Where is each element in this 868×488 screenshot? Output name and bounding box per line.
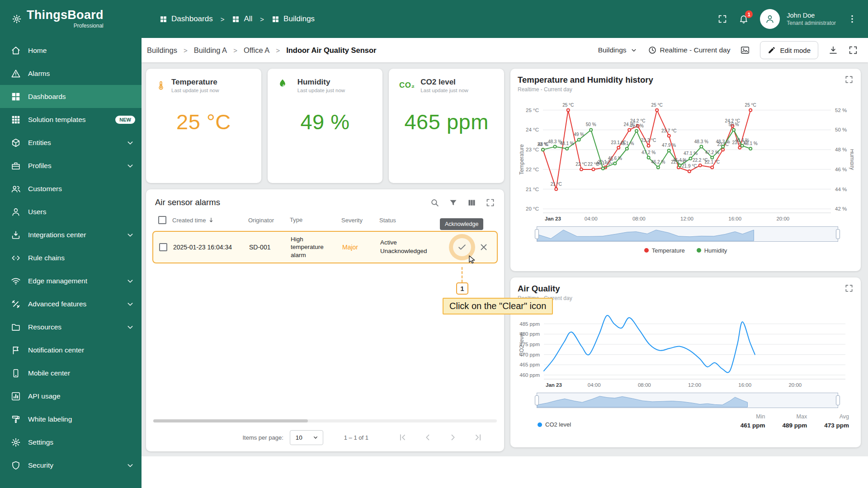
sidebar-item-home[interactable]: Home — [0, 39, 142, 62]
zoom-handle-right[interactable] — [836, 395, 840, 405]
prev-page-button[interactable] — [423, 432, 433, 442]
sidebar-item-users[interactable]: Users — [0, 200, 142, 223]
range-selector[interactable] — [537, 393, 838, 408]
svg-text:48.3 %: 48.3 % — [716, 139, 730, 144]
droplet-icon — [278, 78, 292, 93]
columns-icon[interactable] — [467, 198, 476, 207]
dashboard-state-select[interactable]: Buildings — [598, 46, 638, 54]
toolbar-fullscreen-button[interactable] — [848, 45, 858, 55]
widget-fullscreen-button[interactable] — [844, 75, 854, 84]
widget-fullscreen-icon[interactable] — [486, 198, 495, 207]
legend-item-humidity[interactable]: Humidity — [697, 247, 727, 254]
fullscreen-button[interactable] — [717, 14, 727, 24]
svg-text:46.2 %: 46.2 % — [651, 160, 665, 164]
edit-mode-button[interactable]: Edit mode — [760, 41, 818, 59]
zoom-handle-left[interactable] — [535, 395, 539, 405]
column-severity[interactable]: Severity — [341, 217, 379, 224]
select-all-checkbox[interactable] — [158, 216, 166, 224]
pencil-icon — [768, 46, 776, 54]
range-selector[interactable] — [537, 226, 838, 242]
last-page-button[interactable] — [473, 432, 483, 442]
timewindow-button[interactable]: Realtime - Current day — [648, 46, 731, 55]
thingsboard-logo[interactable]: ThingsBoard Professional — [0, 9, 142, 29]
breadcrumb-buildings[interactable]: Buildings — [147, 46, 177, 55]
sidebar-item-customers[interactable]: Customers — [0, 177, 142, 200]
sidebar-item-advanced-features[interactable]: Advanced features — [0, 292, 142, 315]
items-per-page-select[interactable]: 10 — [290, 430, 323, 445]
gear-icon — [11, 437, 21, 447]
first-page-button[interactable] — [397, 432, 407, 442]
sidebar-item-label: Security — [28, 461, 53, 469]
top-breadcrumb-buildings[interactable]: Buildings — [272, 14, 315, 23]
sidebar-item-mobile-center[interactable]: Mobile center — [0, 361, 142, 385]
temp-humidity-line-chart: 20 °C21 °C22 °C23 °C24 °C25 °C42 %44 %46… — [518, 94, 854, 223]
sidebar-item-label: Integrations center — [28, 231, 86, 239]
chevron-down-icon — [312, 434, 319, 441]
search-icon[interactable] — [430, 198, 439, 207]
card-subtitle: Last update just now — [297, 88, 345, 93]
acknowledge-button[interactable] — [457, 242, 467, 252]
sidebar-item-settings[interactable]: Settings — [0, 431, 142, 454]
sidebar-item-edge-management[interactable]: Edge management — [0, 269, 142, 292]
zoom-window[interactable] — [537, 226, 838, 242]
svg-text:08:00: 08:00 — [638, 382, 651, 388]
main-content: Buildings>Building A>Office A>Indoor Air… — [142, 38, 868, 488]
cube-icon — [11, 138, 21, 148]
sidebar-item-alarms[interactable]: Alarms — [0, 62, 142, 85]
items-per-page-label: Items per page: — [242, 434, 283, 441]
alarm-table-row[interactable]: 2025-01-23 16:04:34 SD-001 High temperat… — [152, 231, 498, 263]
svg-text:22 °C: 22 °C — [526, 167, 539, 172]
chart-title: Temperature and Humidity history — [518, 75, 653, 85]
svg-text:460 ppm: 460 ppm — [519, 372, 540, 378]
humidity-card: Humidity Last update just now 49 % — [268, 69, 383, 183]
more-menu-button[interactable] — [847, 14, 857, 24]
stat-label: Avg — [824, 413, 849, 420]
sidebar-item-profiles[interactable]: Profiles — [0, 154, 142, 177]
svg-text:21 °C: 21 °C — [526, 187, 539, 192]
download-button[interactable] — [828, 45, 838, 55]
horizontal-scrollbar[interactable] — [153, 419, 497, 422]
legend-item-co2-level[interactable]: CO2 level — [538, 421, 571, 428]
legend-item-temperature[interactable]: Temperature — [644, 247, 685, 254]
fullscreen-icon — [717, 14, 727, 24]
sidebar-item-notification-center[interactable]: Notification center — [0, 338, 142, 361]
zoom-handle-left[interactable] — [535, 229, 539, 239]
sidebar-item-entities[interactable]: Entities — [0, 131, 142, 154]
clear-button[interactable] — [479, 242, 489, 252]
breadcrumb-indoor-air-quality-sensor: Indoor Air Quality Sensor — [286, 46, 376, 55]
breadcrumb-building-a[interactable]: Building A — [194, 46, 227, 55]
sidebar-item-resources[interactable]: Resources — [0, 315, 142, 338]
dots-vertical-icon — [847, 14, 857, 24]
scrollbar-thumb[interactable] — [153, 419, 308, 422]
sort-desc-icon[interactable] — [208, 216, 215, 224]
user-info[interactable]: John Doe Tenant administrator — [787, 11, 836, 27]
sidebar-item-dashboards[interactable]: Dashboards — [0, 85, 142, 108]
image-gallery-button[interactable] — [740, 45, 750, 55]
row-checkbox[interactable] — [159, 243, 167, 251]
column-status[interactable]: Status — [379, 217, 448, 224]
sidebar-item-white-labeling[interactable]: White labeling — [0, 408, 142, 431]
sidebar-item-solution-templates[interactable]: Solution templatesNEW — [0, 108, 142, 131]
top-breadcrumb-all[interactable]: All — [232, 14, 252, 23]
avatar[interactable] — [760, 9, 780, 29]
notifications-button[interactable]: 1 — [739, 14, 749, 24]
alarm-type: High temperature alarm — [291, 235, 342, 259]
chevron-down-icon — [125, 322, 135, 332]
legend-dot — [644, 248, 649, 253]
column-created-time[interactable]: Created time — [172, 217, 206, 224]
breadcrumb-office-a[interactable]: Office A — [244, 46, 269, 55]
zoom-window[interactable] — [537, 393, 838, 408]
zoom-handle-right[interactable] — [836, 229, 840, 239]
sidebar-item-rule-chains[interactable]: Rule chains — [0, 246, 142, 269]
cursor-icon — [467, 254, 477, 265]
column-type[interactable]: Type — [290, 216, 341, 224]
sidebar-item-api-usage[interactable]: API usage — [0, 385, 142, 408]
filter-icon[interactable] — [448, 198, 458, 207]
sidebar-item-security[interactable]: Security — [0, 454, 142, 477]
column-originator[interactable]: Originator — [248, 217, 290, 224]
sidebar-item-integrations-center[interactable]: Integrations center — [0, 223, 142, 246]
stat-label: Min — [741, 413, 765, 420]
next-page-button[interactable] — [448, 432, 458, 442]
widget-fullscreen-button[interactable] — [844, 284, 854, 293]
top-breadcrumb-dashboards[interactable]: Dashboards — [160, 14, 213, 23]
